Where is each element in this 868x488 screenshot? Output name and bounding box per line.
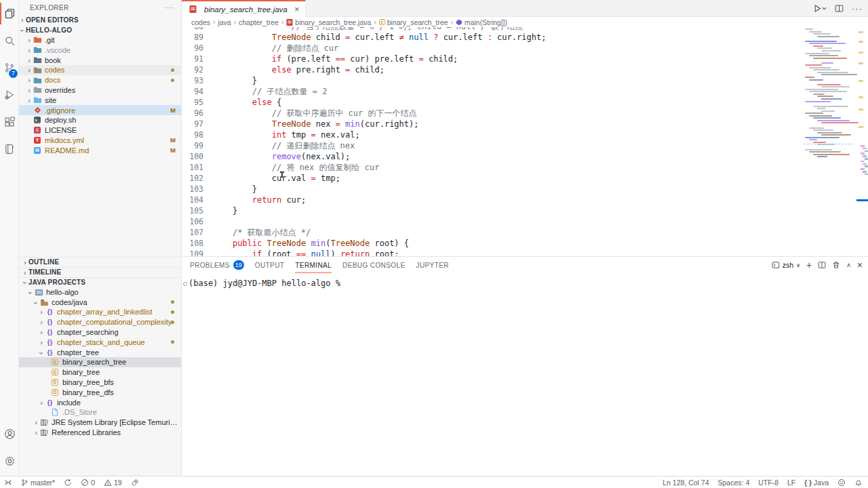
code-line-108[interactable]: 108 public TreeNode min(TreeNode root) { — [182, 238, 804, 249]
code-line-89[interactable]: 89 TreeNode child = cur.left ≠ null ? cu… — [182, 32, 804, 43]
breadcrumb-item[interactable]: binary_search_tree.java — [286, 18, 371, 26]
java-project-item-referenced-libraries[interactable]: ›Referenced Libraries — [19, 428, 181, 438]
code-line-97[interactable]: 97 TreeNode nex = min(cur.right); — [182, 119, 804, 129]
code-line-105[interactable]: 105 } — [182, 205, 804, 216]
code-line-101[interactable]: 101 // 将 nex 的值复制给 cur — [182, 162, 804, 173]
file-item-book[interactable]: ›book — [19, 55, 181, 65]
status-utf-8[interactable]: UTF-8 — [758, 479, 778, 487]
file-item--gitignore[interactable]: .gitignoreM — [19, 105, 181, 115]
outline-section[interactable]: › OUTLINE — [19, 257, 181, 267]
code-editor[interactable]: 88 // 当子结点数量 = 0 / 1 时, child = null / 该… — [182, 27, 804, 256]
code-line-109[interactable]: 109 if (root == null) return root; — [182, 249, 804, 256]
status-error[interactable]: 0 — [81, 479, 95, 487]
timeline-section[interactable]: › TIMELINE — [19, 267, 181, 277]
java-project-item-codes-java[interactable]: ›codes/java — [19, 297, 181, 307]
open-editors-section[interactable]: › OPEN EDITORS — [19, 15, 181, 25]
terminal-prompt[interactable]: (base) jyd@JYD-MBP hello-algo % — [189, 279, 340, 288]
extensions-icon[interactable] — [0, 108, 19, 136]
status-ln-128-col-74[interactable]: Ln 128, Col 74 — [663, 479, 709, 487]
code-line-92[interactable]: 92 else pre.right = child; — [182, 64, 804, 75]
status-remote[interactable] — [4, 479, 12, 487]
status-warning[interactable]: 19 — [104, 479, 122, 487]
code-line-99[interactable]: 99 // 递归删除结点 nex — [182, 140, 804, 151]
code-line-90[interactable]: 90 // 删除结点 cur — [182, 43, 804, 54]
file-item-deploy-sh[interactable]: >_deploy.sh — [19, 115, 181, 125]
code-line-104[interactable]: 104 return cur; — [182, 195, 804, 205]
more-actions-icon[interactable]: ··· — [165, 4, 174, 12]
breadcrumb-item[interactable]: Cbinary_search_tree — [379, 18, 448, 26]
breadcrumb-item[interactable]: main(String[]) — [456, 18, 507, 26]
status-lf[interactable]: LF — [787, 479, 795, 487]
java-project-item-chapter-searching[interactable]: ›{ }chapter_searching — [19, 327, 181, 338]
panel-tab-output[interactable]: OUTPUT — [255, 257, 285, 273]
line-number: 100 — [182, 152, 203, 161]
panel-tab-terminal[interactable]: TERMINAL — [295, 257, 332, 273]
tab-binary-search-tree[interactable]: binary_search_tree.java × — [182, 0, 306, 17]
code-line-98[interactable]: 98 int tmp = nex.val; — [182, 129, 804, 140]
file-item-overrides[interactable]: ›overrides — [19, 85, 181, 96]
java-project-item-binary-tree[interactable]: Cbinary_tree — [19, 367, 181, 378]
java-project-item-include[interactable]: ›{ }include — [19, 397, 181, 407]
panel-tab-jupyter[interactable]: JUPYTER — [416, 257, 449, 273]
java-project-item-chapter-stack-and-queue[interactable]: ›{ }chapter_stack_and_queue — [19, 337, 181, 347]
status-feedback[interactable] — [837, 479, 846, 487]
file-item-site[interactable]: ›site — [19, 95, 181, 105]
java-project-item-jre-system-library-eclipse-temurin-17-17[interactable]: ›JRE System Library [Eclipse Temurin 17 … — [19, 418, 181, 428]
explorer-icon[interactable] — [0, 0, 19, 27]
minimap[interactable] — [804, 0, 856, 256]
maximize-panel-icon[interactable]: ∧ — [846, 262, 851, 268]
java-project-item--ds-store[interactable]: .DS_Store — [19, 407, 181, 418]
status-bell[interactable] — [854, 479, 863, 487]
breadcrumb-item[interactable]: chapter_tree — [239, 18, 279, 26]
file-item-readme-md[interactable]: MREADME.mdM — [19, 145, 181, 155]
code-line-93[interactable]: 93 } — [182, 75, 804, 86]
code-line-88[interactable]: 88 // 当子结点数量 = 0 / 1 时, child = null / 该… — [182, 27, 804, 32]
java-project-item-hello-algo[interactable]: ›hello-algo — [19, 287, 181, 297]
java-project-item-chapter-array-and-linkedlist[interactable]: ›{ }chapter_array_and_linkedlist — [19, 307, 181, 317]
code-line-107[interactable]: 107 /* 获取最小结点 */ — [182, 227, 804, 238]
java-project-item-binary-search-tree[interactable]: Cbinary_search_tree — [19, 357, 181, 367]
code-line-95[interactable]: 95 else { — [182, 97, 804, 108]
overview-ruler[interactable] — [856, 0, 868, 256]
java-project-item-binary-tree-dfs[interactable]: Cbinary_tree_dfs — [19, 387, 181, 397]
file-item-docs[interactable]: ›docs — [19, 75, 181, 85]
status-spaces-4[interactable]: Spaces: 4 — [718, 479, 750, 487]
code-line-94[interactable]: 94 // 子结点数量 = 2 — [182, 86, 804, 97]
code-line-91[interactable]: 91 if (pre.left == cur) pre.left = child… — [182, 54, 804, 64]
file-item-codes[interactable]: ›codes — [19, 65, 181, 75]
file-item-mkdocs-yml[interactable]: Ymkdocs.ymlM — [19, 136, 181, 146]
panel-tab-debug-console[interactable]: DEBUG CONSOLE — [342, 257, 405, 273]
account-icon[interactable] — [0, 420, 19, 447]
new-terminal-button[interactable]: + — [806, 260, 812, 270]
java-projects-section[interactable]: › JAVA PROJECTS — [19, 277, 181, 287]
close-icon[interactable]: × — [294, 4, 300, 14]
java-project-item-chapter-tree[interactable]: ›{ }chapter_tree — [19, 347, 181, 357]
status-sync[interactable] — [64, 479, 72, 487]
code-line-103[interactable]: 103 } — [182, 184, 804, 195]
close-panel-icon[interactable]: × — [857, 260, 863, 270]
settings-icon[interactable] — [0, 447, 19, 474]
java-project-item-binary-tree-bfs[interactable]: Cbinary_tree_bfs — [19, 378, 181, 388]
code-line-100[interactable]: 100 remove(nex.val); — [182, 151, 804, 162]
code-line-106[interactable]: 106 — [182, 216, 804, 227]
panel-tab-problems[interactable]: PROBLEMS19 — [190, 257, 244, 273]
file-item--git[interactable]: ›.git — [19, 35, 181, 45]
breadcrumb-item[interactable]: java — [218, 18, 231, 26]
notebook-icon[interactable] — [0, 136, 19, 163]
project-root-hello-algo[interactable]: › HELLO-ALGO — [19, 25, 181, 35]
kill-terminal-button[interactable] — [832, 261, 840, 269]
breadcrumb-item[interactable]: codes — [191, 18, 210, 26]
java-project-item-chapter-computational-complexity[interactable]: ›{ }chapter_computational_complexity — [19, 317, 181, 327]
file-item-license[interactable]: ©LICENSE — [19, 125, 181, 136]
status-launch[interactable] — [131, 479, 139, 487]
status-braces[interactable]: { }Java — [804, 479, 829, 487]
source-control-icon[interactable]: 7 — [0, 54, 19, 81]
code-line-102[interactable]: 102 cur.val = tmp; — [182, 173, 804, 184]
status-branch[interactable]: master* — [21, 479, 55, 487]
code-line-96[interactable]: 96 // 获取中序遍历中 cur 的下一个结点 — [182, 108, 804, 119]
run-debug-icon[interactable] — [0, 81, 19, 108]
split-terminal-button[interactable] — [818, 261, 826, 269]
file-item--vscode[interactable]: ›.vscode — [19, 45, 181, 55]
search-icon[interactable] — [0, 27, 19, 54]
shell-selector[interactable]: zsh ∨ — [772, 261, 800, 269]
